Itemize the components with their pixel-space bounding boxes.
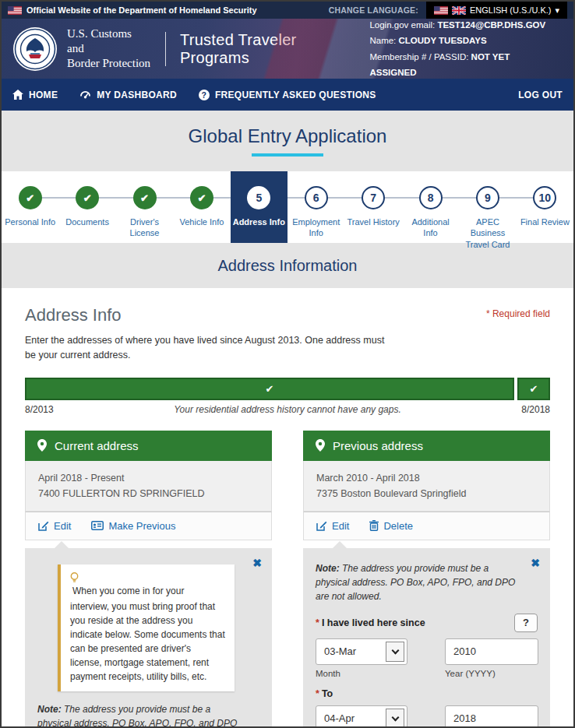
current-address-actions: Edit Make Previous [25,512,272,540]
nav-faq[interactable]: ? FREQUENTLY ASKED QUESTIONS [199,90,376,100]
step-personal-info[interactable]: ✔ Personal Info [2,171,58,243]
step-final-review[interactable]: 10 Final Review [517,171,573,243]
step-additional-info[interactable]: 8 Additional Info [402,171,459,243]
address-info-description: Enter the addresses of where you have li… [25,333,391,364]
main-nav: HOME MY DASHBOARD ? FREQUENTLY ASKED QUE… [2,79,573,111]
select-arrow-icon [386,642,404,662]
timeline-end-label: 8/2018 [521,404,550,415]
timeline-start-label: 8/2013 [25,404,54,415]
map-pin-icon [316,439,325,452]
to-label: *To [316,688,333,699]
language-selector[interactable]: ENGLISH (U.S./U.K.) ▾ [426,2,567,19]
name-value: CLOUDY TUESDAYS [399,36,487,45]
tooltip-text: When you come in for your interview, you… [70,586,225,682]
required-field-note: * Required field [486,308,550,319]
check-icon: ✔ [190,186,213,209]
uk-flag-icon [452,6,466,15]
current-address-line: 7400 FULLERTON RD SPRINGFIELD [38,486,259,501]
address-info-heading: Address Info [25,305,122,325]
home-icon [12,90,23,100]
since-year-input[interactable] [445,638,538,665]
app-window: Official Website of the Department of Ho… [0,0,575,728]
timeline-gap-note: Your residential address history cannot … [54,404,522,415]
previous-address-summary: March 2010 - April 2018 7375 Boston Boul… [303,461,550,512]
previous-address-edit-panel: ✖ Note: The address you provide must be … [303,548,550,728]
cbp-seal-logo [12,26,58,72]
title-accent-underline [252,153,323,157]
dashboard-icon [79,90,91,100]
physical-address-note: Note: The address you provide must be a … [37,702,259,728]
interview-proof-tooltip: When you come in for your interview, you… [58,564,235,691]
official-website-text: Official Website of the Department of Ho… [26,5,257,15]
lived-here-since-label: *I have lived here since [316,617,425,628]
pencil-icon [38,520,49,531]
check-icon: ✔ [19,186,42,209]
caret-down-icon: ▾ [555,5,559,16]
year-label: Year (YYYY) [445,669,538,678]
app-title: Trusted Traveler Programs [180,31,370,67]
name-row: Name: CLOUDY TUESDAYS [369,33,558,48]
step-travel-history[interactable]: 7 Travel History [344,171,401,243]
nav-log-out[interactable]: LOG OUT [518,90,563,100]
step-number: 5 [247,186,270,209]
current-address-card: Current address April 2018 - Present 740… [25,431,272,728]
month-label: Month [316,669,407,678]
required-asterisk: * [316,617,319,628]
step-address-info-active[interactable]: 5 Address Info [231,171,288,243]
make-previous-link[interactable]: Make Previous [91,520,175,532]
current-address-header: Current address [25,431,272,461]
step-drivers-license[interactable]: ✔ Driver's License [116,171,173,243]
help-button[interactable]: ? [514,614,538,632]
current-address-edit-panel: ✖ When you come in for your interview, y… [25,548,272,728]
page-title: Global Entry Application [189,125,387,147]
pencil-icon [316,520,327,531]
check-icon: ✔ [133,186,157,209]
site-header: U.S. Customs and Border Protection Trust… [2,19,573,79]
previous-address-header: Previous address [303,431,550,461]
check-icon: ✔ [76,186,99,209]
step-number: 9 [476,186,499,209]
step-apec-business-travel-card[interactable]: 9 APEC Business Travel Card [459,171,516,243]
address-info-content: Address Info * Required field Enter the … [2,288,573,728]
to-year-input[interactable] [445,705,538,728]
current-address-summary: April 2018 - Present 7400 FULLERTON RD S… [25,461,272,512]
header-divider [165,32,166,66]
application-stepper: ✔ Personal Info ✔ Documents ✔ Driver's L… [2,171,573,243]
physical-address-note: Note: The address you provide must be a … [316,561,538,603]
since-month-select[interactable]: 03-Mar [316,638,407,665]
change-language-label: CHANGE LANGUAGE: [329,5,418,15]
agency-name: U.S. Customs and Border Protection [67,26,151,70]
us-flag-icon [8,6,22,15]
step-employment-info[interactable]: 6 Employment Info [288,171,344,243]
residence-history-timeline: ✔ ✔ [25,378,550,400]
check-icon: ✔ [530,383,538,395]
nav-my-dashboard[interactable]: MY DASHBOARD [79,90,177,100]
timeline-segment-current: ✔ [517,378,550,400]
to-month-select[interactable]: 04-Apr [316,705,407,728]
check-icon: ✔ [266,383,274,395]
question-circle-icon: ? [199,90,210,100]
step-number: 8 [419,186,443,209]
map-pin-icon [37,439,47,452]
required-asterisk: * [316,688,319,699]
close-icon[interactable]: ✖ [531,557,540,568]
close-icon[interactable]: ✖ [252,557,262,568]
step-number: 7 [362,186,385,209]
step-vehicle-info[interactable]: ✔ Vehicle Info [173,171,230,243]
lightbulb-icon [70,572,225,584]
section-title: Address Information [218,257,358,275]
edit-previous-address-link[interactable]: Edit [316,520,349,532]
page-title-band: Global Entry Application [2,111,573,171]
trash-icon [369,520,379,531]
current-address-title: Current address [55,439,139,452]
membership-row: Membership # / PASSID: NOT YET ASSIGNED [369,49,558,79]
edit-current-address-link[interactable]: Edit [38,520,71,532]
step-number: 10 [533,186,556,209]
delete-address-link[interactable]: Delete [369,520,413,532]
language-selected-label: ENGLISH (U.S./U.K.) [470,5,552,15]
step-documents[interactable]: ✔ Documents [58,171,115,243]
previous-address-title: Previous address [333,439,423,452]
nav-home[interactable]: HOME [12,90,58,100]
login-email-value: TEST124@CBP.DHS.GOV [437,20,545,30]
current-address-date-range: April 2018 - Present [38,470,259,486]
